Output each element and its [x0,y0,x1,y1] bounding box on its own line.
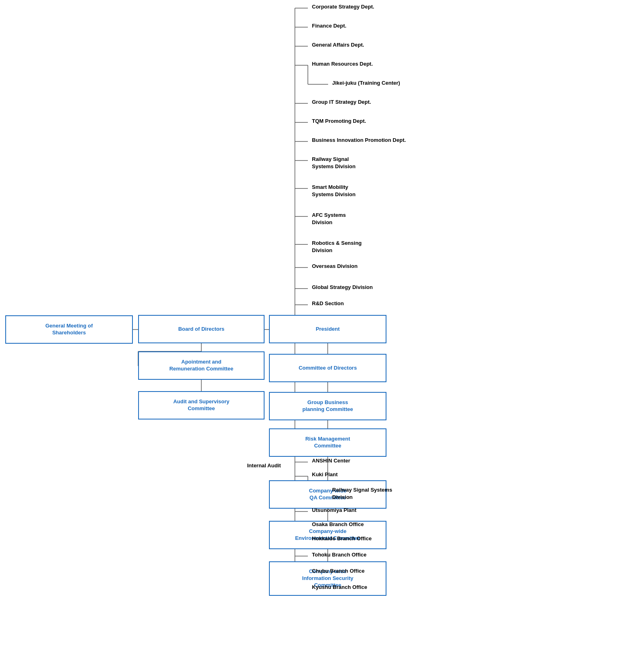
kyushu-node: Kyushu Branch Office [312,584,367,591]
org-chart: General Meeting ofShareholders Board of … [0,0,621,672]
risk-management-label: Risk ManagementCommittee [305,436,350,449]
anshin-center-node: ANSHIN Center [312,457,350,464]
president-box: President [269,315,386,343]
group-it-node: Group IT Strategy Dept. [312,98,371,106]
corporate-strategy-node: Corporate Strategy Dept. [312,3,374,11]
railway-signal-kuki-node: Railway Signal SystemsDivision [332,486,392,501]
hokkaido-node: Hokkaido Branch Office [312,535,371,542]
group-business-box: Group Businessplanning Committee [269,392,386,420]
appointment-committee-box: Apointment andRemuneration Committee [138,351,265,380]
general-affairs-node: General Affairs Dept. [312,41,364,49]
board-label: Board of Directors [178,326,224,333]
rd-section-node: R&D Section [312,300,344,307]
business-innovation-node: Business Innovation Promotion Dept. [312,137,406,144]
global-strategy-node: Global Strategy Division [312,284,373,291]
group-business-label: Group Businessplanning Committee [303,399,353,413]
robotics-sensing-node: Robotics & SensingDivision [312,240,362,254]
audit-label: Audit and SupervisoryCommittee [173,398,230,412]
smart-mobility-node: Smart MobilitySystems Division [312,184,356,198]
afc-systems-node: AFC SystemsDivision [312,212,346,226]
general-meeting-box: General Meeting ofShareholders [5,315,133,344]
internal-audit-node: Internal Audit [247,462,281,469]
human-resources-node: Human Resources Dept. [312,60,373,68]
risk-management-box: Risk ManagementCommittee [269,428,386,457]
committee-directors-label: Committee of Directors [299,365,357,372]
utsunomiya-node: Utsunomiya Plant [312,507,356,514]
tohoku-node: Tohoku Branch Office [312,551,367,559]
appointment-label: Apointment andRemuneration Committee [169,359,233,372]
board-of-directors-box: Board of Directors [138,315,265,343]
committee-directors-box: Committee of Directors [269,354,386,382]
kuki-plant-node: Kuki Plant [312,471,338,478]
osaka-node: Osaka Branch Office [312,521,364,528]
president-label: President [316,326,339,333]
chubu-node: Chubu Branch Office [312,567,365,575]
jikei-juku-node: Jikei-juku (Training Center) [332,79,400,87]
overseas-node: Overseas Division [312,263,358,270]
tqm-node: TQM Promoting Dept. [312,118,366,125]
general-meeting-label: General Meeting ofShareholders [45,323,93,336]
railway-signal-top-node: Railway SignalSystems Division [312,156,356,170]
audit-supervisory-box: Audit and SupervisoryCommittee [138,391,265,419]
finance-node: Finance Dept. [312,22,346,30]
